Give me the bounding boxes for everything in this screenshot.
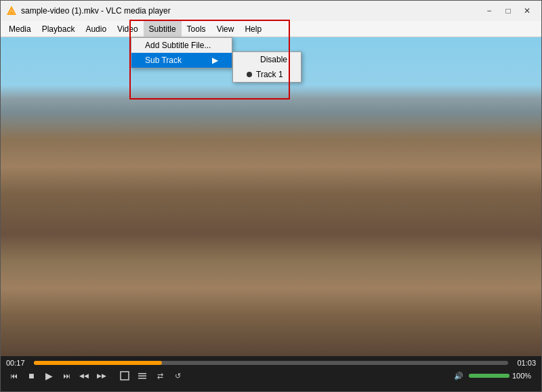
shuffle-button[interactable]: ⇄ [152,370,167,382]
title-bar-controls: − □ ✕ [480,4,536,18]
video-area[interactable] [1,37,541,356]
skip-to-beginning-button[interactable]: ⏮ [6,370,21,382]
menu-item-tools[interactable]: Tools [182,21,211,37]
stop-button[interactable]: ⏹ [24,370,39,382]
close-button[interactable]: ✕ [518,4,536,18]
menu-bar: Media Playback Audio Video Subtitle Tool… [1,21,541,37]
title-bar: sample-video (1).mkv - VLC media player … [1,1,541,21]
svg-rect-19 [138,378,146,379]
sub-track-track1[interactable]: Track 1 [233,67,301,82]
fullscreen-button[interactable] [117,370,132,382]
svg-marker-5 [283,197,541,357]
volume-bar[interactable] [469,374,509,378]
vlc-icon [6,5,17,16]
maximize-button[interactable]: □ [499,4,517,18]
svg-rect-2 [10,12,13,14]
svg-rect-15 [1,152,541,197]
video-content [1,37,541,356]
extended-settings-button[interactable] [135,370,150,382]
progress-row: 00:17 01:03 [6,359,536,367]
fullscreen-icon [120,371,129,380]
window-title: sample-video (1).mkv - VLC media player [21,6,171,16]
svg-rect-17 [138,373,146,374]
vlc-window: sample-video (1).mkv - VLC media player … [0,0,542,392]
play-pause-button[interactable]: ▶ [41,370,56,382]
subtitle-sub-track[interactable]: Sub Track ▶ [131,53,232,68]
svg-rect-18 [138,376,146,377]
subtitle-dropdown: Add Subtitle File... Sub Track ▶ Disable… [131,37,232,68]
svg-marker-13 [179,154,238,186]
menu-item-playback[interactable]: Playback [37,21,81,37]
svg-marker-12 [320,248,379,286]
controls-bar: 00:17 01:03 ⏮ ⏹ ▶ ⏭ ◀◀ ▶▶ [1,356,541,391]
volume-section: 🔊 100% [451,370,536,382]
svg-marker-4 [1,156,541,356]
title-bar-left: sample-video (1).mkv - VLC media player [6,5,171,16]
loop-button[interactable]: ↺ [170,370,185,382]
extended-icon [138,371,147,380]
skip-to-end-button[interactable]: ⏭ [59,370,74,382]
buttons-row: ⏮ ⏹ ▶ ⏭ ◀◀ ▶▶ [6,370,536,382]
volume-fill [469,374,509,378]
time-current: 00:17 [6,359,30,367]
volume-button[interactable]: 🔊 [451,370,466,382]
track1-bullet [247,72,252,77]
svg-marker-11 [209,253,290,297]
menu-item-video[interactable]: Video [112,21,143,37]
menu-item-media[interactable]: Media [3,21,37,37]
svg-marker-7 [164,152,253,208]
minimize-button[interactable]: − [480,4,498,18]
progress-bar[interactable] [34,361,508,365]
time-total: 01:03 [512,359,536,367]
svg-marker-6 [60,145,387,356]
svg-marker-10 [1,289,541,356]
menu-item-help[interactable]: Help [239,21,267,37]
menu-item-subtitle[interactable]: Subtitle [144,21,182,37]
sub-track-dropdown: Disable Track 1 [232,51,301,83]
progress-fill [34,361,162,365]
svg-rect-16 [121,372,129,380]
svg-marker-8 [120,182,180,223]
svg-marker-14 [268,160,316,186]
svg-marker-9 [1,230,134,356]
menu-item-view[interactable]: View [211,21,240,37]
volume-label: 100% [512,372,536,380]
svg-rect-3 [1,37,541,356]
next-frame-button[interactable]: ▶▶ [94,370,109,382]
menu-item-audio[interactable]: Audio [80,21,112,37]
sub-track-disable[interactable]: Disable [233,52,301,67]
prev-frame-button[interactable]: ◀◀ [77,370,91,382]
video-frame [1,37,541,356]
subtitle-add-file[interactable]: Add Subtitle File... [131,38,232,53]
